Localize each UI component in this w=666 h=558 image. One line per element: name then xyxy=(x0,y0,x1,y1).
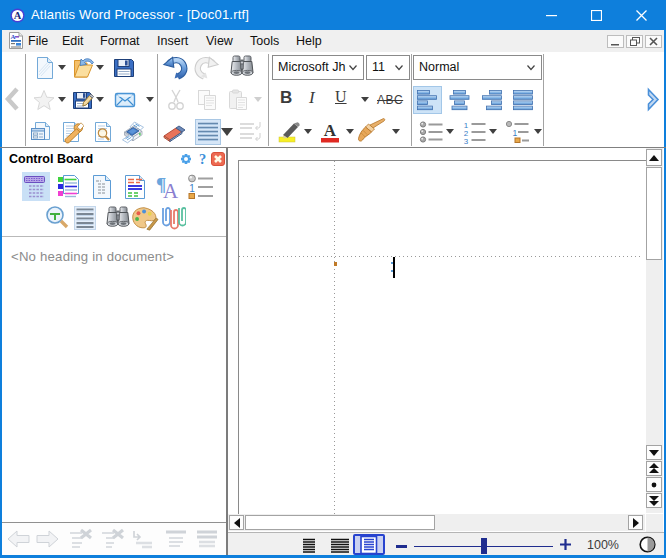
paragraph-format-dropdown[interactable] xyxy=(221,128,233,136)
scroll-up-button[interactable] xyxy=(646,149,662,166)
font-size-combobox[interactable]: 11 xyxy=(366,55,410,80)
print-button[interactable] xyxy=(121,120,145,144)
scroll-right-button[interactable] xyxy=(628,515,643,530)
menu-insert[interactable]: Insert xyxy=(157,30,188,52)
control-board-tab-typography[interactable]: ¶A xyxy=(154,172,182,201)
zoom-slider-thumb[interactable] xyxy=(481,538,487,554)
nav-back-button xyxy=(6,527,32,551)
control-board-tab-clips[interactable] xyxy=(158,203,186,232)
mdi-minimize-button[interactable] xyxy=(607,35,624,48)
multilevel-list-button[interactable]: 1 xyxy=(505,120,531,144)
online-view-button[interactable] xyxy=(330,538,351,554)
close-panel-icon[interactable] xyxy=(211,152,225,166)
browse-object-button[interactable] xyxy=(646,477,662,492)
next-page-button[interactable] xyxy=(646,493,662,508)
vertical-scrollbar[interactable] xyxy=(646,148,663,513)
align-center-button[interactable] xyxy=(449,88,470,112)
gear-icon[interactable] xyxy=(179,152,193,166)
control-board-tab-zoom-view[interactable] xyxy=(44,203,72,232)
document-form-button[interactable] xyxy=(29,120,53,144)
erase-button[interactable] xyxy=(162,120,188,142)
style-combobox[interactable]: Normal xyxy=(413,55,542,80)
bullets-button[interactable] xyxy=(419,120,445,144)
panel-splitter[interactable] xyxy=(226,148,228,555)
paragraph-format-button[interactable] xyxy=(195,119,221,145)
new-document-button[interactable] xyxy=(33,56,57,80)
open-button[interactable] xyxy=(71,56,95,80)
favorites-dropdown[interactable] xyxy=(58,97,66,102)
print-preview-button[interactable] xyxy=(91,120,115,144)
svg-text:?: ? xyxy=(199,151,206,166)
underline-dropdown[interactable] xyxy=(361,97,369,102)
zoom-in-button[interactable] xyxy=(559,535,572,553)
maximize-button[interactable] xyxy=(579,0,613,30)
font-name-combobox[interactable]: Microsoft Jh xyxy=(272,55,364,80)
menu-bar: A FileEditFormatInsertViewToolsHelp xyxy=(2,30,664,52)
zoom-out-button[interactable] xyxy=(396,545,407,548)
draft-view-button[interactable] xyxy=(302,538,317,554)
undo-button[interactable] xyxy=(162,55,188,81)
bold-button[interactable]: B xyxy=(280,88,292,108)
multilevel-list-dropdown[interactable] xyxy=(534,129,542,134)
control-board-tab-headings[interactable] xyxy=(22,172,50,201)
close-button[interactable] xyxy=(624,0,658,30)
font-color-dropdown[interactable] xyxy=(346,129,354,134)
open-dropdown[interactable] xyxy=(96,65,104,70)
minimize-button[interactable] xyxy=(534,0,568,30)
highlight-dropdown[interactable] xyxy=(304,129,312,134)
menu-tools[interactable]: Tools xyxy=(250,30,279,52)
control-board-tab-sections[interactable] xyxy=(55,172,83,201)
italic-button[interactable]: I xyxy=(309,88,315,108)
svg-text:1: 1 xyxy=(513,128,518,138)
control-board-tab-palette[interactable] xyxy=(131,203,159,232)
contrast-toggle-icon[interactable] xyxy=(639,536,656,553)
send-mail-button[interactable] xyxy=(113,88,137,112)
menu-format[interactable]: Format xyxy=(100,30,140,52)
paste-dropdown[interactable] xyxy=(254,97,262,102)
previous-page-button[interactable] xyxy=(646,461,662,476)
numbering-button[interactable]: 123 xyxy=(462,120,488,144)
save-button[interactable] xyxy=(112,56,136,80)
format-painter-dropdown[interactable] xyxy=(392,129,400,134)
delete-heading-button xyxy=(68,527,94,551)
mdi-close-button[interactable] xyxy=(645,35,662,48)
new-document-dropdown[interactable] xyxy=(58,65,66,70)
save-special-dropdown[interactable] xyxy=(96,97,104,102)
bullets-dropdown[interactable] xyxy=(446,129,454,134)
document-tools-button[interactable] xyxy=(60,120,84,144)
scroll-left-button[interactable] xyxy=(229,515,244,530)
menu-view[interactable]: View xyxy=(206,30,233,52)
vertical-scrollbar-thumb[interactable] xyxy=(646,167,662,260)
toolbar-scroll-left-icon[interactable] xyxy=(4,86,21,112)
menu-file[interactable]: File xyxy=(28,30,48,52)
highlight-button[interactable] xyxy=(277,120,303,144)
control-board-tab-fields[interactable] xyxy=(88,172,116,201)
underline-button[interactable]: U xyxy=(335,88,347,106)
save-special-button[interactable] xyxy=(71,88,95,112)
page-layout-view-button[interactable] xyxy=(353,534,385,555)
control-board-tab-paragraphs[interactable] xyxy=(71,203,99,232)
font-color-button[interactable]: A xyxy=(318,120,344,144)
control-board-tab-styles[interactable] xyxy=(121,172,149,201)
align-right-button[interactable] xyxy=(481,88,502,112)
mdi-restore-button[interactable] xyxy=(626,35,643,48)
control-board-tab-list-topics[interactable]: 1 xyxy=(187,172,215,201)
menu-help[interactable]: Help xyxy=(296,30,322,52)
numbering-dropdown[interactable] xyxy=(489,129,497,134)
format-painter-button[interactable] xyxy=(356,118,386,144)
control-board-tab-search[interactable] xyxy=(104,203,132,232)
find-button[interactable] xyxy=(229,55,255,79)
scroll-down-button[interactable] xyxy=(646,445,662,460)
send-mail-dropdown[interactable] xyxy=(146,97,154,102)
align-left-button[interactable] xyxy=(413,86,442,114)
horizontal-scrollbar-thumb[interactable] xyxy=(245,515,435,530)
toolbar-scroll-right-icon[interactable] xyxy=(645,87,662,112)
menu-edit[interactable]: Edit xyxy=(62,30,84,52)
horizontal-scrollbar[interactable] xyxy=(228,514,645,531)
zoom-percentage[interactable]: 100% xyxy=(587,538,619,552)
document-area[interactable] xyxy=(228,148,646,514)
help-icon[interactable]: ? xyxy=(197,151,208,166)
strikethrough-button[interactable]: ABC xyxy=(377,93,403,107)
align-justify-button[interactable] xyxy=(513,88,534,112)
paragraph-mark xyxy=(334,262,337,266)
